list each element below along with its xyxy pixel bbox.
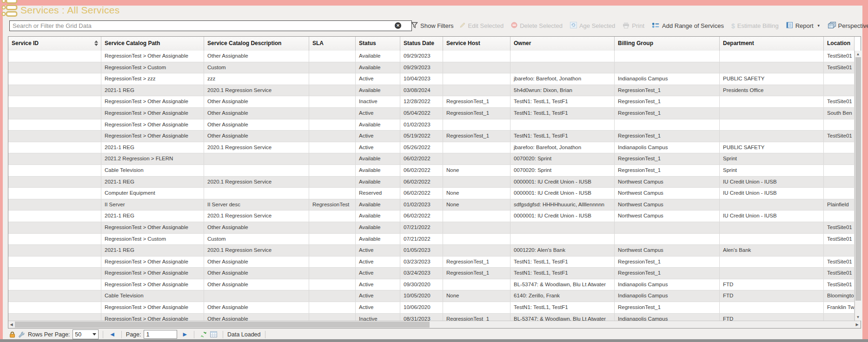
table-cell	[443, 177, 510, 188]
horizontal-scrollbar[interactable]: ◀ ▶	[8, 321, 861, 328]
refresh-icon[interactable]	[200, 331, 207, 338]
table-cell: Sprint	[720, 153, 824, 164]
table-row[interactable]: 2021-1 REG2020.1 Regression ServiceAvail…	[8, 85, 855, 97]
pencil-icon	[459, 22, 466, 30]
table-row[interactable]: RegressionTest > Other AssignableOther A…	[8, 119, 855, 131]
table-cell: Sprint	[720, 165, 824, 176]
table-cell: Other Assignable	[204, 51, 309, 62]
table-cell: TestSite01	[824, 268, 855, 279]
table-row[interactable]: 2021-1 REG2020.1 Regression ServiceActiv…	[8, 142, 855, 154]
column-header-label: SLA	[312, 40, 324, 46]
scroll-up-icon[interactable]: ▲	[855, 52, 861, 56]
age-selected-button[interactable]: Age Selected	[567, 22, 618, 30]
table-row[interactable]: RegressionTest > Other AssignableOther A…	[8, 222, 855, 234]
table-cell	[309, 153, 356, 164]
print-button[interactable]: Print	[620, 22, 647, 30]
table-row[interactable]: Cable TelevisionAvailable06/02/2022None0…	[8, 165, 855, 177]
column-header-department[interactable]: Department	[720, 37, 824, 51]
table-row[interactable]: RegressionTest > Other AssignableOther A…	[8, 131, 855, 142]
table-row[interactable]: RegressionTest > Other AssignableOther A…	[8, 108, 855, 119]
scroll-down-icon[interactable]: ▼	[855, 315, 861, 319]
status-text: Data Loaded	[227, 331, 261, 338]
edit-selected-button[interactable]: Edit Selected	[457, 22, 507, 30]
previous-page-button[interactable]: ◀	[110, 331, 114, 337]
table-row[interactable]: 2021-1 REG2020.1 Regression ServiceAvail…	[8, 210, 855, 222]
table-cell	[443, 119, 510, 131]
table-cell: TestSite01	[824, 62, 855, 73]
page-number-input[interactable]	[144, 330, 177, 339]
table-cell	[720, 108, 824, 119]
sort-icon[interactable]	[94, 40, 98, 46]
table-cell	[8, 142, 101, 153]
table-cell	[615, 119, 720, 131]
statusbar-separator	[223, 331, 223, 338]
column-header-service-catalog-path[interactable]: Service Catalog Path	[101, 37, 204, 51]
wrench-icon[interactable]	[18, 331, 25, 338]
table-cell: Other Assignable	[204, 222, 309, 233]
column-header-sla[interactable]: SLA	[309, 37, 356, 51]
rows-per-page-select[interactable]: 50	[73, 329, 99, 339]
delete-minus-icon	[511, 22, 517, 30]
column-header-service-id[interactable]: Service ID	[8, 37, 101, 51]
window-frame-top	[0, 0, 868, 6]
table-row[interactable]: RegressionTest > Other AssignableOther A…	[8, 256, 855, 268]
scroll-left-icon[interactable]: ◀	[8, 322, 14, 328]
table-cell: TestN1: TestL1, TestF1	[510, 302, 615, 313]
table-row[interactable]: 2021-1 REG2020.1 Regression ServiceActiv…	[8, 245, 855, 256]
table-cell: Northwest Campus	[615, 188, 720, 199]
vertical-scrollbar-thumb[interactable]	[855, 57, 861, 301]
column-header-status[interactable]: Status	[356, 37, 400, 51]
table-row[interactable]: RegressionTest > CustomCustomAvailable07…	[8, 234, 855, 245]
table-cell: FTD	[720, 314, 824, 321]
table-cell: Available	[356, 165, 400, 176]
table-row[interactable]: RegressionTest > Other AssignableOther A…	[8, 279, 855, 291]
table-cell	[510, 234, 615, 245]
lock-icon[interactable]	[9, 331, 15, 338]
table-cell: 0000001: IU Credit Union - IUSB	[510, 177, 615, 188]
table-cell: 2020.1 Regression Service	[204, 142, 309, 153]
statusbar-separator	[194, 331, 194, 338]
table-row[interactable]: RegressionTest > Other AssignableOther A…	[8, 51, 855, 62]
table-row[interactable]: 2021.2 Regression > FLERNAvailable06/02/…	[8, 153, 855, 165]
column-header-service-catalog-description[interactable]: Service Catalog Description	[204, 37, 309, 51]
perspectives-button[interactable]: Perspectives ▼	[825, 22, 868, 30]
table-cell	[8, 51, 101, 62]
table-row[interactable]: II ServerII Server descRegressionTestAva…	[8, 199, 855, 211]
add-range-of-services-button[interactable]: Add Range of Services	[649, 22, 727, 30]
table-row[interactable]: RegressionTest > zzzzzzActive10/04/2023j…	[8, 73, 855, 85]
column-header-service-host[interactable]: Service Host	[443, 37, 510, 51]
delete-selected-button[interactable]: Delete Selected	[508, 22, 565, 30]
vertical-scrollbar[interactable]: ▲ ▼	[855, 51, 861, 321]
scroll-right-icon[interactable]: ▶	[854, 322, 860, 328]
table-cell	[8, 290, 101, 302]
grid-header-row: Service IDService Catalog PathService Ca…	[8, 37, 855, 51]
table-row[interactable]: RegressionTest > Other AssignableOther A…	[8, 314, 855, 321]
table-cell: RegressionTest_1	[443, 108, 510, 119]
table-cell	[615, 234, 720, 245]
table-cell	[824, 153, 855, 164]
table-row[interactable]: RegressionTest > CustomCustomAvailable09…	[8, 62, 855, 74]
next-page-button[interactable]: ▶	[183, 331, 186, 337]
table-row[interactable]: RegressionTest > Other AssignableOther A…	[8, 302, 855, 314]
column-header-billing-group[interactable]: Billing Group	[615, 37, 720, 51]
table-row[interactable]: RegressionTest > Other AssignableOther A…	[8, 268, 855, 279]
horizontal-scrollbar-thumb[interactable]	[15, 322, 430, 328]
column-header-owner[interactable]: Owner	[510, 37, 615, 51]
estimate-billing-button[interactable]: $ Estimate Billing	[729, 22, 782, 30]
column-header-location[interactable]: Location	[824, 37, 855, 51]
table-cell: Available	[356, 199, 400, 210]
table-row[interactable]: RegressionTest > Other AssignableOther A…	[8, 96, 855, 108]
report-button[interactable]: Report ▼	[783, 22, 823, 30]
table-cell: 2021-1 REG	[101, 210, 204, 222]
column-header-status-date[interactable]: Status Date	[400, 37, 443, 51]
search-input[interactable]	[9, 20, 412, 31]
table-cell: RegressionTest > Other Assignable	[101, 96, 204, 107]
search-clear-icon[interactable]: ✕	[395, 22, 401, 29]
table-row[interactable]: Computer EquipmentReserved06/02/2022None…	[8, 188, 855, 199]
export-spreadsheet-icon[interactable]	[210, 331, 217, 337]
table-row[interactable]: 2021-1 REG2020.1 Regression ServiceAvail…	[8, 177, 855, 188]
window-frame-left	[0, 0, 3, 339]
show-filters-button[interactable]: Show Filters	[408, 22, 457, 30]
table-row[interactable]: Cable TelevisionActive10/05/2020None6140…	[8, 290, 855, 302]
table-cell	[824, 188, 855, 199]
